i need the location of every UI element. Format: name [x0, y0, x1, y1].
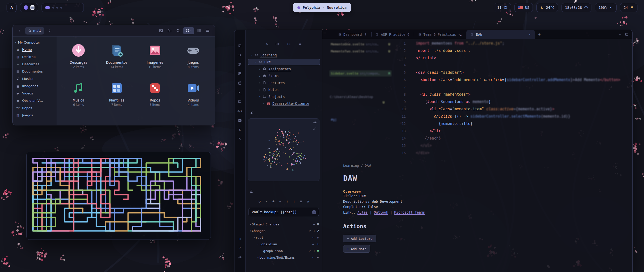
refresh-icon[interactable]: ↻ — [307, 199, 309, 203]
sidebar-item-musica[interactable]: ♫Musica — [13, 75, 57, 82]
external-link-microsoft-teams[interactable]: Microsoft Teams — [394, 210, 425, 214]
chevron-icon[interactable]: ▾ — [259, 95, 261, 98]
notifications-module[interactable]: 24 — [620, 3, 637, 12]
forward-button[interactable] — [46, 27, 53, 34]
git-row-root[interactable]: ▾root↩ + — [246, 234, 322, 241]
unstage-all-icon[interactable]: − — [279, 199, 281, 203]
new-tab-button[interactable]: + — [535, 30, 544, 39]
picture-icon[interactable] — [157, 27, 165, 34]
search-icon[interactable] — [237, 52, 243, 58]
change-list-icon[interactable]: ≡ — [300, 199, 302, 203]
folder-videos[interactable]: Videos4 items — [186, 79, 200, 117]
volume-module[interactable]: 100% — [595, 3, 617, 12]
tab-asp-practice-6[interactable]: ASP Practice 6 — [371, 30, 414, 39]
sidebar-item-descargas[interactable]: ↓Descargas — [13, 60, 57, 68]
files-icon[interactable] — [237, 43, 243, 49]
button--add-lecture[interactable]: + Add Lecture — [343, 235, 376, 242]
button--add-note[interactable]: + Add Note — [343, 245, 370, 253]
git-row-changes[interactable]: ▾Changes↩ +2 — [246, 228, 322, 234]
new-folder-icon[interactable] — [275, 42, 279, 46]
workspace-dot[interactable] — [52, 7, 54, 9]
local-graph-icon[interactable] — [250, 111, 254, 115]
tab-dashboard[interactable]: Dashboard — [334, 30, 371, 39]
provider-icon[interactable]: ↺ — [259, 199, 261, 203]
push-icon[interactable]: ↑ — [286, 199, 288, 203]
sidebar-item-juegos[interactable]: ▦Juegos — [13, 112, 57, 119]
git-row-actions[interactable]: ↩ + — [312, 242, 319, 246]
editor-area[interactable]: MementoOne.sveltesrc/co…UMementoTwo.svel… — [322, 39, 632, 272]
help-icon[interactable]: ? — [237, 245, 243, 251]
canvas-icon[interactable] — [237, 71, 243, 77]
workspace-dot[interactable] — [56, 7, 58, 9]
folder-musica[interactable]: Musica6 items — [72, 79, 85, 117]
chevron-icon[interactable]: ▸ — [263, 102, 265, 105]
new-folder-icon[interactable] — [166, 27, 173, 34]
sort-icon[interactable]: ↑↓ — [287, 42, 291, 46]
close-icon[interactable]: ✕ — [529, 33, 531, 36]
git-row-actions[interactable]: ↩ + — [312, 256, 319, 259]
collapse-icon[interactable] — [298, 42, 302, 46]
terminal-icon[interactable]: >_ — [237, 89, 243, 95]
commit-icon[interactable]: ✓ — [265, 199, 267, 203]
git-row--obsidian[interactable]: ▾.obsidian↩ + — [246, 241, 322, 248]
chevron-icon[interactable]: ▾ — [255, 61, 257, 63]
external-link-aules[interactable]: Aules — [357, 210, 368, 214]
sidebar-item-videos[interactable]: ▶Videos — [13, 90, 57, 97]
git-row-actions[interactable]: ↩ + — [309, 249, 315, 253]
chevron-icon[interactable]: ▸ — [259, 81, 261, 84]
chevron-icon[interactable]: ▾ — [257, 256, 259, 259]
launcher-button[interactable]: Λ — [7, 3, 17, 12]
sidebar-section-title[interactable]: ▾ My Computer — [13, 39, 57, 46]
sidebar-item-imagenes[interactable]: ▣Imagenes — [13, 82, 57, 90]
folder-juegos[interactable]: Juegos8 items — [186, 42, 200, 79]
clear-icon[interactable]: ✕ — [312, 210, 316, 214]
pin-icon[interactable] — [364, 33, 367, 36]
git-row-actions[interactable]: ↩ + — [312, 236, 319, 240]
chevron-icon[interactable]: ▸ — [259, 88, 261, 91]
graph-view-panel[interactable] — [248, 118, 319, 181]
hyprland-icon[interactable] — [24, 5, 28, 10]
dollar-icon[interactable]: $ — [237, 126, 243, 132]
tab-tema-6-pr-cticas-[interactable]: Tema 6 Prácticas -… — [414, 30, 466, 39]
sidebar-item-repos[interactable]: ⌥Repos — [13, 104, 57, 112]
settings-icon[interactable] — [237, 254, 243, 260]
commit-message-input[interactable]: vault backup: {{date}} ✕ — [249, 208, 319, 216]
keyboard-layout-module[interactable]: US — [514, 3, 533, 12]
camera-icon[interactable] — [237, 117, 243, 123]
workspace-dot[interactable] — [60, 7, 62, 9]
tree-item-notes[interactable]: ▸Notes — [246, 86, 322, 93]
tree-item-daw[interactable]: ▾DAW — [246, 59, 322, 66]
book-icon[interactable] — [237, 98, 243, 105]
code-icon[interactable]: </> — [237, 108, 243, 114]
chevron-icon[interactable]: ▾ — [257, 243, 259, 246]
chevron-icon[interactable]: ▾ — [251, 54, 253, 56]
shuffle-icon[interactable] — [237, 136, 243, 142]
git-row-graph-json[interactable]: graph.json↩ +M — [246, 248, 322, 254]
tree-item-desarrollo-cliente[interactable]: ▸Desarrollo-Cliente — [246, 100, 322, 107]
tree-item-exams[interactable]: ▸Exams — [246, 73, 322, 80]
new-note-icon[interactable]: ✎ — [266, 42, 268, 46]
git-row-actions[interactable]: ↩ + — [309, 229, 315, 233]
git-row-learning-daw-exams[interactable]: ▾Learning/DAW/Exams↩ + — [246, 254, 322, 261]
search-icon[interactable] — [175, 27, 182, 34]
clock-module[interactable]: 18:08:28 — [561, 3, 591, 12]
pull-icon[interactable]: ↓ — [293, 199, 295, 203]
workspace-active-dot[interactable] — [45, 6, 50, 9]
now-playing-pill[interactable]: Polyphia - Neurotica — [293, 3, 351, 12]
external-link-outlook[interactable]: Outlook — [374, 210, 388, 214]
folder-imagenes[interactable]: Imagenes10 items — [147, 42, 163, 79]
tree-item-learning[interactable]: ▾Learning — [246, 52, 322, 59]
workspaces-indicator[interactable] — [42, 3, 84, 12]
chevron-icon[interactable]: ▸ — [259, 75, 261, 77]
vault-icon[interactable]: ◫ — [237, 235, 243, 242]
folder-repos[interactable]: Repos6 items — [148, 79, 162, 117]
tab-daw[interactable]: DAW✕ — [466, 30, 535, 39]
updates-module[interactable]: 11 — [494, 3, 511, 12]
tree-item-assignments[interactable]: ▸Assignments — [246, 65, 322, 73]
breadcrumb[interactable]: matt — [25, 27, 44, 35]
chevron-down-icon[interactable] — [618, 33, 622, 36]
calendar-icon[interactable] — [237, 80, 243, 86]
notes-icon[interactable] — [30, 5, 34, 10]
grid-view-button[interactable] — [183, 27, 194, 34]
flask-icon[interactable] — [250, 189, 253, 193]
